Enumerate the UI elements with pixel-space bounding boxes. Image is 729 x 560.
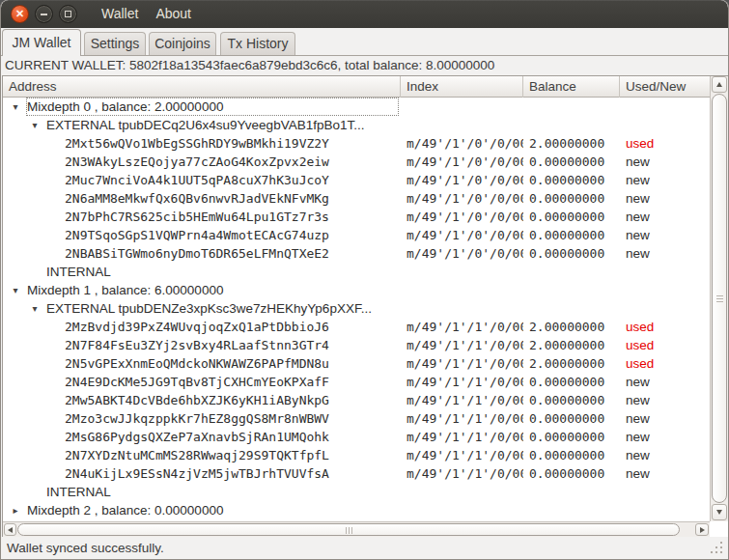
- tree-item-label: 2Muc7WnciVoA4k1UUT5qPA8cuX7hK3uJcoY: [65, 173, 329, 187]
- table-row[interactable]: 2NBABSiTGWmo6nyDmoT6DR65eLFMnQTXeE2m/49'…: [3, 244, 710, 263]
- table-row[interactable]: 2N4uKijLx9ESsN4zjVzM5jwTBJrhTVUVfsAm/49'…: [3, 464, 710, 483]
- table-row[interactable]: 2N4E9DcKMe5JG9TqBv8TjCXHCmYEoKPXafFm/49'…: [3, 373, 710, 391]
- balance-cell: 2.00000000: [523, 356, 620, 371]
- scroll-left-button[interactable]: [4, 523, 16, 536]
- vertical-scroll-thumb[interactable]: [712, 94, 727, 503]
- arrow-right-icon: [700, 527, 705, 533]
- tab-coinjoins[interactable]: Coinjoins: [149, 32, 216, 55]
- table-header: Address Index Balance Used/New: [3, 76, 710, 98]
- scroll-right-button[interactable]: [695, 523, 709, 536]
- tab-jm-wallet[interactable]: JM Wallet: [2, 29, 81, 56]
- table-row[interactable]: 2N7bPhC7RS625cib5HEmWu64Lpu1GTz7r3sm/49'…: [3, 208, 710, 226]
- table-row[interactable]: 2N9TSqoSGpS1VQWPrn4a4WmotECAcG74uzpm/49'…: [3, 226, 710, 244]
- tree-item-label: 2N5vGPExXnmEoQMdckoNKWAWZ6PAPfMDN8u: [65, 356, 329, 371]
- address-cell: ▾Mixdepth 0 , balance: 2.00000000: [3, 98, 401, 116]
- table-row[interactable]: 2Mw5ABKT4DcVBde6hbXZJK6yKH1iAByNkpGm/49'…: [3, 391, 710, 409]
- status-cell: used: [620, 338, 709, 352]
- address-cell: 2MsG86PydgsQXZeP7aXnavbSjRAn1UMQohk: [3, 428, 401, 446]
- tree-item-label: 2N7XYDzNtuMCmMS28RWwaqj29S9TQKTfpfL: [65, 448, 329, 462]
- current-wallet-summary: CURRENT WALLET: 5802f18a13543faec6a879eb…: [5, 56, 726, 75]
- tree-item-label: EXTERNAL tpubDECq2U6x4su9YveegbVAB1fpBo1…: [46, 118, 364, 132]
- address-cell: 2N9TSqoSGpS1VQWPrn4a4WmotECAcG74uzp: [3, 226, 401, 244]
- tree-item-label: Mixdepth 1 , balance: 6.00000000: [27, 283, 223, 297]
- scroll-down-button[interactable]: [712, 504, 727, 520]
- table-row[interactable]: 2N7F84FsEu3ZYj2svBxy4RLaafStnn3GTr4m/49'…: [3, 336, 710, 354]
- tree-item-label: 2MsG86PydgsQXZeP7aXnavbSjRAn1UMQohk: [65, 430, 329, 444]
- status-cell: new: [620, 430, 709, 444]
- tab-settings[interactable]: Settings: [84, 32, 146, 55]
- table-row[interactable]: ▾Mixdepth 1 , balance: 6.00000000: [3, 281, 710, 299]
- maximize-icon: [65, 11, 71, 17]
- index-cell: m/49'/1'/1'/0/006: [401, 430, 523, 444]
- status-cell: used: [620, 356, 709, 371]
- expander-closed-icon[interactable]: ▸: [11, 501, 20, 519]
- column-header-address[interactable]: Address: [3, 76, 401, 98]
- address-cell: 2N7bPhC7RS625cib5HEmWu64Lpu1GTz7r3s: [3, 208, 401, 226]
- arrow-up-icon: [716, 82, 722, 87]
- address-cell: 2NBABSiTGWmo6nyDmoT6DR65eLFMnQTXeE2: [3, 244, 401, 263]
- minimize-button[interactable]: [35, 5, 53, 23]
- close-button[interactable]: ✕: [11, 5, 29, 23]
- balance-cell: 0.00000000: [523, 191, 620, 206]
- horizontal-scrollbar[interactable]: [3, 521, 710, 537]
- balance-cell: 0.00000000: [523, 466, 620, 481]
- address-cell: 2Mw5ABKT4DcVBde6hbXZJK6yKH1iAByNkpG: [3, 391, 401, 409]
- tree-item-label: Mixdepth 0 , balance: 2.00000000: [27, 99, 223, 114]
- index-cell: m/49'/1'/0'/0/005: [401, 228, 523, 242]
- tree-item-label: 2Mw5ABKT4DcVBde6hbXZJK6yKH1iAByNkpG: [65, 393, 329, 407]
- table-row[interactable]: 2MzBvdjd39PxZ4WUvqjoqZxQ1aPtDbbioJ6m/49'…: [3, 318, 710, 336]
- balance-cell: 2.00000000: [523, 136, 620, 151]
- tree-item-label: Mixdepth 2 , balance: 0.00000000: [27, 503, 223, 518]
- balance-cell: 0.00000000: [523, 173, 620, 187]
- table-row[interactable]: ▾INTERNAL: [3, 483, 710, 501]
- status-cell: new: [620, 246, 709, 261]
- expander-open-icon[interactable]: ▾: [30, 116, 40, 134]
- table-row[interactable]: 2MsG86PydgsQXZeP7aXnavbSjRAn1UMQohkm/49'…: [3, 428, 710, 446]
- expander-open-icon[interactable]: ▾: [11, 281, 20, 299]
- table-row[interactable]: ▾EXTERNAL tpubDECq2U6x4su9YveegbVAB1fpBo…: [3, 116, 710, 134]
- index-cell: m/49'/1'/1'/0/007: [401, 448, 523, 462]
- tree-item-label: 2N9TSqoSGpS1VQWPrn4a4WmotECAcG74uzp: [65, 228, 329, 242]
- menu-item-about[interactable]: About: [147, 0, 200, 28]
- index-cell: m/49'/1'/0'/0/003: [401, 191, 523, 206]
- index-cell: m/49'/1'/1'/0/002: [401, 356, 523, 371]
- column-header-used-new[interactable]: Used/New: [620, 76, 710, 98]
- table-row[interactable]: ▾Mixdepth 0 , balance: 2.00000000: [3, 98, 710, 116]
- table-row[interactable]: 2N5vGPExXnmEoQMdckoNKWAWZ6PAPfMDN8um/49'…: [3, 354, 710, 373]
- tree-item-label: EXTERNAL tpubDENZe3xpKsc3we7zHEKhyYp6pXX…: [46, 301, 372, 316]
- menu-item-wallet[interactable]: Wallet: [93, 0, 147, 28]
- table-row[interactable]: 2Mxt56wQVo1WbEgSSGhRDY9wBMkhi19VZ2Ym/49'…: [3, 134, 710, 153]
- column-header-index[interactable]: Index: [401, 76, 523, 98]
- index-cell: m/49'/1'/1'/0/005: [401, 411, 523, 426]
- balance-cell: 0.00000000: [523, 430, 620, 444]
- resize-grip-icon[interactable]: [711, 542, 713, 544]
- table-row[interactable]: ▸Mixdepth 2 , balance: 0.00000000: [3, 501, 710, 519]
- table-row[interactable]: 2Mzo3cwJJkqzppkKr7hEZ8ggQS8Mr8nWBWVm/49'…: [3, 409, 710, 428]
- column-header-balance[interactable]: Balance: [523, 76, 620, 98]
- tree-item-label: INTERNAL: [46, 265, 111, 279]
- index-cell: m/49'/1'/0'/0/004: [401, 210, 523, 224]
- scroll-up-button[interactable]: [712, 76, 727, 93]
- tab-tx-history[interactable]: Tx History: [220, 32, 295, 55]
- tree-item-label: 2Mzo3cwJJkqzppkKr7hEZ8ggQS8Mr8nWBWV: [65, 411, 329, 426]
- address-cell: ▾EXTERNAL tpubDECq2U6x4su9YveegbVAB1fpBo…: [3, 116, 401, 134]
- vertical-scrollbar[interactable]: [710, 76, 728, 521]
- tab-pane-border: [1, 55, 728, 56]
- tree-item-label: INTERNAL: [46, 485, 111, 499]
- table-row[interactable]: 2N7XYDzNtuMCmMS28RWwaqj29S9TQKTfpfLm/49'…: [3, 446, 710, 464]
- table-row[interactable]: 2Muc7WnciVoA4k1UUT5qPA8cuX7hK3uJcoYm/49'…: [3, 171, 710, 189]
- address-cell: ▾INTERNAL: [3, 483, 401, 501]
- table-row[interactable]: 2N6aMM8eMkwfQx6QBv6nwvRJadVEkNFvMKgm/49'…: [3, 189, 710, 208]
- maximize-button[interactable]: [59, 5, 77, 23]
- horizontal-scroll-thumb[interactable]: [17, 523, 680, 536]
- expander-open-icon[interactable]: ▾: [30, 299, 40, 318]
- wallet-tree-table: Address Index Balance Used/New ▾Mixdepth…: [2, 75, 729, 538]
- index-cell: m/49'/1'/0'/0/006: [401, 246, 523, 261]
- table-row[interactable]: ▾INTERNAL: [3, 263, 710, 281]
- table-row[interactable]: 2N3WAkyLszEQojya77cZAoG4KoxZpvx2eiwm/49'…: [3, 153, 710, 171]
- expander-open-icon[interactable]: ▾: [11, 98, 20, 116]
- status-cell: new: [620, 173, 709, 187]
- table-row[interactable]: ▾EXTERNAL tpubDENZe3xpKsc3we7zHEKhyYp6pX…: [3, 299, 710, 318]
- address-cell: ▾EXTERNAL tpubDENZe3xpKsc3we7zHEKhyYp6pX…: [3, 299, 401, 318]
- address-cell: 2N5vGPExXnmEoQMdckoNKWAWZ6PAPfMDN8u: [3, 354, 401, 373]
